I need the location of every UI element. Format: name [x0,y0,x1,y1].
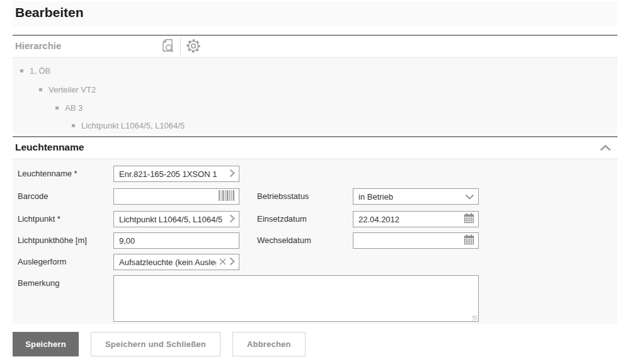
leuchtenname-label: Leuchtenname * [18,166,77,182]
auslegerform-field[interactable]: Aufsatzleuchte (kein Ausleger) [113,254,239,270]
auslegerform-lookup-button[interactable] [229,257,235,268]
betriebsstatus-select[interactable]: in Betrieb [353,188,479,205]
calendar-icon [464,213,474,225]
save-button[interactable]: Speichern [13,332,79,356]
betriebsstatus-value: in Betrieb [358,192,462,202]
bemerkung-label: Bemerkung [18,275,59,292]
title-band: Bearbeiten [13,1,617,26]
hierarchy-header: Hierarchie [13,36,617,57]
document-search-icon [160,38,175,56]
hierarchy-tree: 1, ÖB Verteiler VT2 AB 3 Lichtpunkt L106… [13,58,617,134]
tree-node-ab[interactable]: AB 3 [55,103,83,113]
gear-icon [185,38,202,56]
leuchtenname-section-header: Leuchtenname [13,137,617,159]
tree-bullet-icon [39,88,42,91]
tree-bullet-icon [20,69,23,72]
einsetzdatum-field [353,211,479,227]
lichtpunkthoehe-field [113,232,239,249]
tree-node-verteiler[interactable]: Verteiler VT2 [39,84,96,94]
chevron-right-icon [229,169,235,179]
lichtpunkt-value: Lichtpunkt L1064/5, L1064/5 [119,215,226,224]
leuchtenname-lookup-button[interactable] [229,169,235,179]
cancel-button[interactable]: Abbrechen [232,332,306,356]
section-title: Leuchtenname [15,142,84,153]
toolbar-divider [180,37,181,55]
document-preview-button[interactable] [158,37,176,56]
hierarchy-title: Hierarchie [15,40,61,51]
wechseldatum-calendar-button[interactable] [464,234,474,247]
bemerkung-field [113,275,479,322]
bemerkung-textarea[interactable] [113,275,479,322]
lichtpunkt-label: Lichtpunkt * [18,211,60,227]
chevron-right-icon [229,257,235,268]
lichtpunkthoehe-label: Lichtpunkthöhe [m] [18,232,87,249]
einsetzdatum-input[interactable] [358,212,461,227]
lichtpunkt-lookup-button[interactable] [229,214,235,225]
barcode-label: Barcode [18,188,48,205]
barcode-input[interactable] [119,189,215,204]
betriebsstatus-label: Betriebsstatus [257,188,309,205]
tree-node-label: 1, ÖB [30,66,50,76]
chevron-right-icon [229,214,235,225]
page-title: Bearbeiten [15,5,84,20]
leuchtenname-value: Enr.821-165-205 1XSON 1 [119,169,226,179]
tree-bullet-icon [55,106,59,110]
settings-button[interactable] [184,37,203,56]
collapse-section-button[interactable] [598,142,612,154]
tree-node-label: Lichtpunkt L1064/5, L1064/5 [81,121,185,130]
barcode-field [113,188,239,205]
clear-x-icon [219,258,226,267]
leuchtenname-field[interactable]: Enr.821-165-205 1XSON 1 [113,166,239,182]
lichtpunkthoehe-input[interactable] [119,233,235,248]
auslegerform-clear-button[interactable] [219,258,226,267]
wechseldatum-field [353,232,479,249]
barcode-scan-button[interactable] [219,190,235,203]
tree-node-root[interactable]: 1, ÖB [20,65,50,76]
auslegerform-value: Aufsatzleuchte (kein Ausleger) [119,258,216,267]
einsetzdatum-calendar-button[interactable] [464,213,474,225]
tree-bullet-icon [72,124,75,127]
barcode-icon [219,190,235,203]
leuchtenname-form: Leuchtenname * Enr.821-165-205 1XSON 1 B… [13,159,617,324]
chevron-up-icon [600,144,611,153]
einsetzdatum-label: Einsetzdatum [257,211,307,227]
wechseldatum-label: Wechseldatum [257,232,311,249]
tree-node-lichtpunkt[interactable]: Lichtpunkt L1064/5, L1064/5 [72,120,185,130]
chevron-down-icon [465,194,474,200]
auslegerform-label: Auslegerform [18,254,66,270]
lichtpunkt-field[interactable]: Lichtpunkt L1064/5, L1064/5 [113,211,239,227]
edit-page: Bearbeiten Hierarchie [0,0,630,364]
calendar-icon [464,234,474,247]
tree-node-label: AB 3 [65,103,83,113]
wechseldatum-input[interactable] [358,233,461,248]
tree-node-label: Verteiler VT2 [49,85,96,94]
save-and-close-button[interactable]: Speichern und Schließen [91,332,220,356]
action-buttons: Speichern Speichern und Schließen Abbrec… [13,332,306,356]
